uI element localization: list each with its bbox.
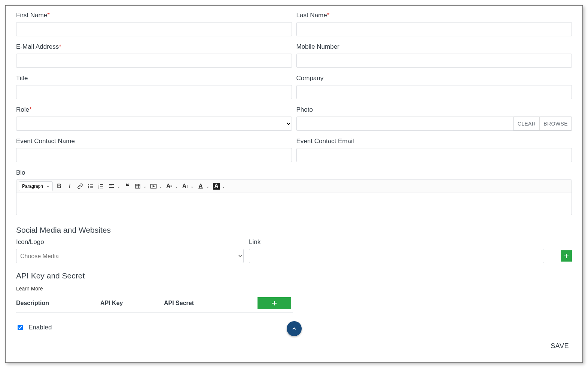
enabled-checkbox[interactable] (18, 325, 23, 330)
svg-point-1 (88, 186, 89, 187)
social-link-input[interactable] (249, 249, 544, 263)
social-icon-select[interactable]: Choose Media (16, 249, 244, 263)
bio-editor: Paragraph B I 123 ⌄ ❝ ⌄ ⌄ (16, 180, 572, 215)
svg-rect-3 (90, 184, 93, 185)
svg-rect-22 (564, 256, 569, 256)
svg-point-2 (88, 187, 89, 188)
text-color-dropdown-icon[interactable]: ⌄ (206, 184, 209, 188)
event-contact-email-input[interactable] (296, 148, 572, 162)
row-contact: E-Mail Address* Mobile Number (16, 43, 572, 68)
align-icon[interactable] (107, 182, 116, 190)
numbered-list-icon[interactable]: 123 (97, 182, 105, 190)
italic-icon[interactable]: I (65, 182, 74, 190)
role-select[interactable] (16, 117, 292, 131)
highlight-dropdown-icon[interactable]: ⌄ (222, 184, 225, 188)
row-title-company: Title Company (16, 75, 572, 99)
svg-rect-5 (90, 187, 93, 188)
last-name-input[interactable] (296, 22, 572, 36)
event-contact-name-input[interactable] (16, 148, 292, 162)
save-button[interactable]: SAVE (548, 342, 571, 350)
required-marker: * (29, 106, 32, 113)
required-marker: * (59, 43, 61, 50)
scroll-up-button[interactable] (287, 321, 302, 336)
company-input[interactable] (296, 85, 572, 99)
photo-label: Photo (296, 106, 572, 114)
bio-label: Bio (16, 169, 572, 177)
svg-rect-4 (90, 186, 93, 186)
company-label: Company (296, 75, 572, 82)
row-name: First Name* Last Name* (16, 12, 572, 36)
api-col-secret: API Secret (164, 300, 258, 307)
link-icon[interactable] (76, 182, 84, 190)
mobile-input[interactable] (296, 54, 572, 68)
first-name-label: First Name* (16, 12, 292, 19)
svg-point-0 (88, 184, 89, 185)
photo-clear-button[interactable]: CLEAR (514, 117, 540, 131)
svg-marker-20 (153, 185, 155, 187)
event-contact-name-label: Event Contact Name (16, 138, 292, 145)
svg-rect-15 (135, 184, 140, 188)
last-name-label: Last Name* (296, 12, 572, 19)
font-size-dropdown-icon[interactable]: ⌄ (175, 184, 178, 188)
svg-rect-12 (109, 184, 114, 185)
first-name-input[interactable] (16, 22, 292, 36)
font-family-dropdown-icon[interactable]: ⌄ (191, 184, 194, 188)
media-icon[interactable] (149, 182, 158, 190)
api-col-description: Description (16, 300, 100, 307)
social-link-label: Link (249, 238, 544, 246)
svg-rect-24 (272, 303, 277, 304)
social-section-title: Social Media and Websites (16, 226, 572, 235)
svg-rect-9 (100, 184, 103, 185)
enabled-label: Enabled (28, 324, 52, 331)
form-page: First Name* Last Name* E-Mail Address* M… (5, 5, 583, 363)
social-icon-label: Icon/Logo (16, 238, 244, 246)
table-dropdown-icon[interactable]: ⌄ (143, 184, 146, 188)
plus-icon (272, 301, 277, 305)
editor-toolbar: Paragraph B I 123 ⌄ ❝ ⌄ ⌄ (16, 180, 572, 193)
plus-icon (564, 254, 569, 258)
api-add-button[interactable] (258, 297, 291, 309)
bullet-list-icon[interactable] (86, 182, 95, 190)
align-dropdown-icon[interactable]: ⌄ (117, 184, 120, 188)
role-label: Role* (16, 106, 292, 114)
quote-icon[interactable]: ❝ (123, 182, 131, 190)
mobile-label: Mobile Number (296, 43, 572, 51)
photo-browse-button[interactable]: BROWSE (540, 117, 572, 131)
api-section-title: API Key and Secret (16, 271, 572, 280)
svg-rect-11 (100, 188, 103, 188)
font-size-icon[interactable]: A≡ (165, 182, 173, 190)
editor-format-select[interactable]: Paragraph (19, 181, 53, 191)
row-role-photo: Role* Photo CLEAR BROWSE (16, 106, 572, 131)
media-dropdown-icon[interactable]: ⌄ (159, 184, 162, 188)
table-icon[interactable] (134, 182, 142, 190)
event-contact-email-label: Event Contact Email (296, 138, 572, 145)
photo-path-display (296, 117, 514, 131)
text-color-icon[interactable]: A (196, 182, 205, 190)
font-family-icon[interactable]: AI (181, 182, 189, 190)
social-row: Icon/Logo Choose Media Link (16, 238, 572, 263)
social-add-button[interactable] (561, 250, 572, 262)
api-learn-more-link[interactable]: Learn More (16, 286, 43, 292)
title-label: Title (16, 75, 292, 82)
required-marker: * (327, 12, 330, 19)
svg-rect-10 (100, 186, 103, 186)
email-label: E-Mail Address* (16, 43, 292, 51)
bio-editor-body[interactable] (16, 193, 572, 215)
row-event-contact: Event Contact Name Event Contact Email (16, 138, 572, 162)
svg-rect-14 (109, 187, 114, 188)
chevron-up-icon (291, 326, 297, 332)
svg-rect-13 (109, 186, 112, 186)
title-input[interactable] (16, 85, 292, 99)
api-table: Description API Key API Secret (16, 294, 293, 313)
api-col-key: API Key (100, 300, 164, 307)
highlight-color-icon[interactable]: A (212, 182, 220, 190)
required-marker: * (47, 12, 50, 19)
email-input[interactable] (16, 54, 292, 68)
svg-text:3: 3 (98, 187, 100, 189)
bold-icon[interactable]: B (55, 182, 63, 190)
